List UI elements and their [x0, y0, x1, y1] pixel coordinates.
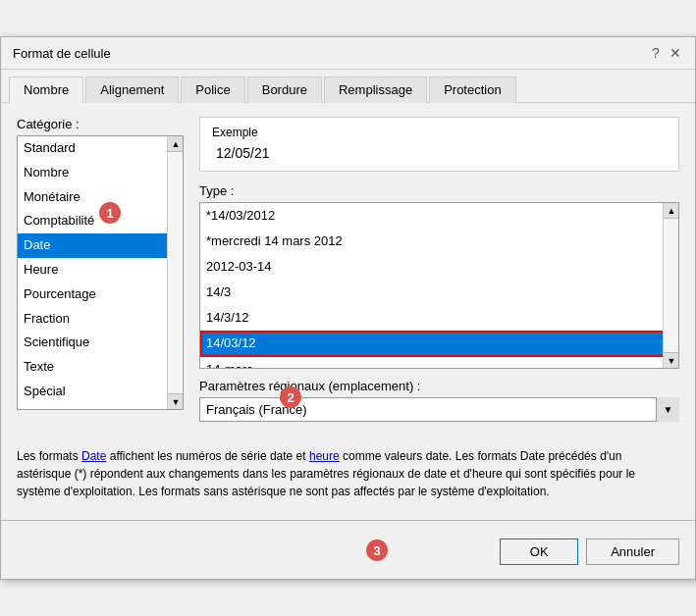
type-item-1[interactable]: *mercredi 14 mars 2012 — [200, 229, 678, 254]
regional-label: Paramètres régionaux (emplacement) : — [199, 379, 679, 393]
list-item-texte[interactable]: Texte — [18, 355, 183, 380]
category-list[interactable]: Standard Nombre Monétaire Comptabilité D… — [17, 135, 184, 410]
type-scrollbar-track — [664, 219, 678, 352]
highlight-date: Date — [81, 449, 106, 463]
list-item-fraction[interactable]: Fraction — [18, 307, 183, 332]
list-item-date[interactable]: Date — [18, 233, 183, 258]
list-item-pourcentage[interactable]: Pourcentage — [18, 282, 183, 307]
tab-nombre[interactable]: Nombre — [9, 77, 83, 103]
category-label: Catégorie : — [17, 117, 184, 131]
tab-alignement[interactable]: Alignement — [85, 77, 179, 103]
dialog-title: Format de cellule — [13, 46, 111, 61]
type-list[interactable]: *14/03/2012 *mercredi 14 mars 2012 2012-… — [199, 202, 679, 369]
type-label: Type : — [199, 183, 679, 198]
type-scrollbar[interactable]: ▲ ▼ — [663, 203, 678, 368]
category-scrollbar[interactable]: ▲ ▼ — [167, 136, 183, 409]
tab-police[interactable]: Police — [181, 77, 244, 103]
tab-protection[interactable]: Protection — [429, 77, 516, 103]
highlight-heure: heure — [309, 449, 340, 463]
list-item-nombre[interactable]: Nombre — [18, 161, 183, 185]
list-item-heure[interactable]: Heure — [18, 258, 183, 282]
badge-1: 1 — [99, 202, 121, 224]
example-box: Exemple 12/05/21 — [199, 117, 679, 172]
type-scrollbar-down[interactable]: ▼ — [664, 352, 679, 368]
type-list-items: *14/03/2012 *mercredi 14 mars 2012 2012-… — [200, 203, 678, 368]
type-item-5[interactable]: 14/03/12 — [200, 331, 678, 356]
regional-select-wrapper: Français (France) ▼ — [199, 397, 679, 422]
tab-bar: Nombre Alignement Police Bordure Remplis… — [1, 70, 695, 103]
type-item-4[interactable]: 14/3/12 — [200, 305, 678, 331]
right-panel: Exemple 12/05/21 Type : *14/03/2012 *mer… — [199, 117, 679, 422]
type-item-6[interactable]: 14-mars — [200, 357, 678, 368]
type-item-2[interactable]: 2012-03-14 — [200, 254, 678, 280]
footer: OK Annuler — [1, 529, 695, 579]
list-item-monetaire[interactable]: Monétaire — [18, 185, 183, 210]
badge-2: 2 — [280, 386, 301, 408]
tab-remplissage[interactable]: Remplissage — [324, 77, 427, 103]
example-label: Exemple — [212, 126, 667, 139]
list-item-special[interactable]: Spécial — [18, 380, 183, 404]
left-panel: Catégorie : Standard Nombre Monétaire Co… — [17, 117, 184, 422]
badge-3: 3 — [366, 539, 388, 561]
footer-divider — [1, 520, 695, 521]
regional-select[interactable]: Français (France) — [199, 397, 679, 422]
list-item-personnalisee[interactable]: Personnalisée — [18, 404, 183, 409]
title-controls: ? ✕ — [648, 45, 683, 61]
title-bar: Format de cellule ? ✕ — [1, 37, 695, 70]
tab-bordure[interactable]: Bordure — [247, 77, 322, 103]
close-button[interactable]: ✕ — [668, 45, 683, 61]
type-scrollbar-up[interactable]: ▲ — [664, 203, 679, 219]
type-item-3[interactable]: 14/3 — [200, 280, 678, 305]
cancel-button[interactable]: Annuler — [586, 539, 679, 565]
description-text: Les formats Date affichent les numéros d… — [17, 449, 635, 498]
format-cellule-dialog: 1 2 3 Format de cellule ? ✕ Nombre Align… — [0, 36, 696, 580]
content-area: Catégorie : Standard Nombre Monétaire Co… — [1, 103, 695, 436]
scrollbar-down-arrow[interactable]: ▼ — [168, 393, 184, 409]
list-item-standard[interactable]: Standard — [18, 136, 183, 161]
scrollbar-up-arrow[interactable]: ▲ — [168, 136, 184, 152]
category-list-items: Standard Nombre Monétaire Comptabilité D… — [18, 136, 183, 409]
ok-button[interactable]: OK — [500, 539, 578, 565]
scrollbar-track — [168, 152, 183, 393]
help-button[interactable]: ? — [648, 45, 664, 61]
list-item-scientifique[interactable]: Scientifique — [18, 331, 183, 355]
description-area: Les formats Date affichent les numéros d… — [1, 436, 695, 512]
type-item-0[interactable]: *14/03/2012 — [200, 203, 678, 229]
example-value: 12/05/21 — [212, 143, 667, 163]
